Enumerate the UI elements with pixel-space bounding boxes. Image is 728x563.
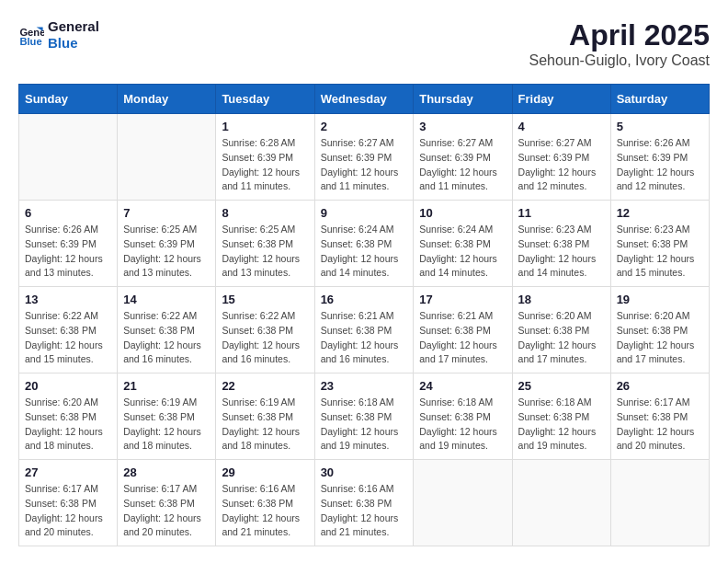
calendar-cell: 4Sunrise: 6:27 AMSunset: 6:39 PMDaylight… xyxy=(512,114,610,201)
day-info: Sunrise: 6:19 AMSunset: 6:38 PMDaylight:… xyxy=(222,396,308,454)
day-number: 20 xyxy=(25,379,111,393)
calendar-cell: 28Sunrise: 6:17 AMSunset: 6:38 PMDayligh… xyxy=(118,460,216,546)
day-number: 16 xyxy=(321,293,408,306)
calendar-cell: 23Sunrise: 6:18 AMSunset: 6:38 PMDayligh… xyxy=(314,373,414,460)
day-info: Sunrise: 6:26 AMSunset: 6:39 PMDaylight:… xyxy=(617,136,703,194)
day-number: 11 xyxy=(518,206,605,220)
day-info: Sunrise: 6:25 AMSunset: 6:38 PMDaylight:… xyxy=(222,223,308,281)
day-number: 25 xyxy=(518,379,605,393)
day-number: 30 xyxy=(321,465,408,479)
day-info: Sunrise: 6:17 AMSunset: 6:38 PMDaylight:… xyxy=(123,482,210,540)
day-number: 22 xyxy=(222,379,308,393)
calendar-cell xyxy=(414,460,512,546)
day-info: Sunrise: 6:16 AMSunset: 6:38 PMDaylight:… xyxy=(222,482,308,540)
day-info: Sunrise: 6:17 AMSunset: 6:38 PMDaylight:… xyxy=(25,482,111,540)
logo: General Blue General Blue xyxy=(18,18,99,52)
day-number: 15 xyxy=(222,293,308,306)
day-number: 3 xyxy=(419,120,506,133)
logo-icon: General Blue xyxy=(18,22,44,48)
day-info: Sunrise: 6:28 AMSunset: 6:39 PMDaylight:… xyxy=(222,136,308,194)
day-number: 4 xyxy=(518,120,605,133)
calendar-cell xyxy=(610,460,709,546)
day-number: 18 xyxy=(518,293,605,306)
calendar-cell: 27Sunrise: 6:17 AMSunset: 6:38 PMDayligh… xyxy=(19,460,118,546)
day-info: Sunrise: 6:20 AMSunset: 6:38 PMDaylight:… xyxy=(25,396,111,454)
calendar-cell: 14Sunrise: 6:22 AMSunset: 6:38 PMDayligh… xyxy=(118,287,216,373)
calendar-cell: 6Sunrise: 6:26 AMSunset: 6:39 PMDaylight… xyxy=(19,201,118,287)
weekday-header-row: SundayMondayTuesdayWednesdayThursdayFrid… xyxy=(19,85,710,114)
calendar-cell: 5Sunrise: 6:26 AMSunset: 6:39 PMDaylight… xyxy=(610,114,709,201)
calendar-cell: 21Sunrise: 6:19 AMSunset: 6:38 PMDayligh… xyxy=(118,373,216,460)
day-number: 6 xyxy=(25,206,111,220)
calendar-cell: 1Sunrise: 6:28 AMSunset: 6:39 PMDaylight… xyxy=(216,114,314,201)
calendar-cell: 22Sunrise: 6:19 AMSunset: 6:38 PMDayligh… xyxy=(216,373,314,460)
calendar-cell: 26Sunrise: 6:17 AMSunset: 6:38 PMDayligh… xyxy=(610,373,709,460)
page-header: General Blue General Blue April 2025 Seh… xyxy=(18,18,710,69)
day-info: Sunrise: 6:18 AMSunset: 6:38 PMDaylight:… xyxy=(518,396,605,454)
calendar-cell: 30Sunrise: 6:16 AMSunset: 6:38 PMDayligh… xyxy=(314,460,414,546)
logo-line2: Blue xyxy=(48,35,99,52)
calendar-cell: 9Sunrise: 6:24 AMSunset: 6:38 PMDaylight… xyxy=(314,201,414,287)
calendar-cell xyxy=(19,114,118,201)
day-number: 13 xyxy=(25,293,111,306)
day-info: Sunrise: 6:18 AMSunset: 6:38 PMDaylight:… xyxy=(419,396,506,454)
day-number: 29 xyxy=(222,465,308,479)
calendar-cell: 19Sunrise: 6:20 AMSunset: 6:38 PMDayligh… xyxy=(610,287,709,373)
day-info: Sunrise: 6:16 AMSunset: 6:38 PMDaylight:… xyxy=(321,482,408,540)
calendar-cell: 13Sunrise: 6:22 AMSunset: 6:38 PMDayligh… xyxy=(19,287,118,373)
day-info: Sunrise: 6:17 AMSunset: 6:38 PMDaylight:… xyxy=(617,396,703,454)
day-number: 23 xyxy=(321,379,408,393)
calendar-cell: 7Sunrise: 6:25 AMSunset: 6:39 PMDaylight… xyxy=(118,201,216,287)
day-number: 10 xyxy=(419,206,506,220)
weekday-header: Monday xyxy=(118,85,216,114)
day-number: 19 xyxy=(617,293,703,306)
day-info: Sunrise: 6:22 AMSunset: 6:38 PMDaylight:… xyxy=(25,309,111,367)
day-info: Sunrise: 6:23 AMSunset: 6:38 PMDaylight:… xyxy=(617,223,703,281)
calendar-week-row: 20Sunrise: 6:20 AMSunset: 6:38 PMDayligh… xyxy=(19,373,710,460)
day-number: 2 xyxy=(321,120,408,133)
calendar-cell: 25Sunrise: 6:18 AMSunset: 6:38 PMDayligh… xyxy=(512,373,610,460)
calendar-week-row: 27Sunrise: 6:17 AMSunset: 6:38 PMDayligh… xyxy=(19,460,710,546)
calendar-cell: 8Sunrise: 6:25 AMSunset: 6:38 PMDaylight… xyxy=(216,201,314,287)
day-info: Sunrise: 6:24 AMSunset: 6:38 PMDaylight:… xyxy=(321,223,408,281)
day-info: Sunrise: 6:18 AMSunset: 6:38 PMDaylight:… xyxy=(321,396,408,454)
calendar-cell: 11Sunrise: 6:23 AMSunset: 6:38 PMDayligh… xyxy=(512,201,610,287)
day-number: 27 xyxy=(25,465,111,479)
calendar-title: April 2025 xyxy=(529,18,710,52)
weekday-header: Sunday xyxy=(19,85,118,114)
calendar-subtitle: Sehoun-Guiglo, Ivory Coast xyxy=(529,52,710,69)
day-number: 28 xyxy=(123,465,210,479)
day-number: 21 xyxy=(123,379,210,393)
calendar-cell: 20Sunrise: 6:20 AMSunset: 6:38 PMDayligh… xyxy=(19,373,118,460)
day-info: Sunrise: 6:21 AMSunset: 6:38 PMDaylight:… xyxy=(321,309,408,367)
calendar-cell: 12Sunrise: 6:23 AMSunset: 6:38 PMDayligh… xyxy=(610,201,709,287)
calendar-cell: 18Sunrise: 6:20 AMSunset: 6:38 PMDayligh… xyxy=(512,287,610,373)
day-info: Sunrise: 6:24 AMSunset: 6:38 PMDaylight:… xyxy=(419,223,506,281)
calendar-cell: 24Sunrise: 6:18 AMSunset: 6:38 PMDayligh… xyxy=(414,373,512,460)
day-number: 17 xyxy=(419,293,506,306)
weekday-header: Tuesday xyxy=(216,85,314,114)
calendar-cell xyxy=(512,460,610,546)
calendar-cell xyxy=(118,114,216,201)
calendar-week-row: 13Sunrise: 6:22 AMSunset: 6:38 PMDayligh… xyxy=(19,287,710,373)
day-number: 7 xyxy=(123,206,210,220)
day-number: 24 xyxy=(419,379,506,393)
day-number: 9 xyxy=(321,206,408,220)
calendar-cell: 29Sunrise: 6:16 AMSunset: 6:38 PMDayligh… xyxy=(216,460,314,546)
day-info: Sunrise: 6:19 AMSunset: 6:38 PMDaylight:… xyxy=(123,396,210,454)
calendar-cell: 16Sunrise: 6:21 AMSunset: 6:38 PMDayligh… xyxy=(314,287,414,373)
day-info: Sunrise: 6:27 AMSunset: 6:39 PMDaylight:… xyxy=(321,136,408,194)
day-info: Sunrise: 6:21 AMSunset: 6:38 PMDaylight:… xyxy=(419,309,506,367)
title-area: April 2025 Sehoun-Guiglo, Ivory Coast xyxy=(529,18,710,69)
day-info: Sunrise: 6:26 AMSunset: 6:39 PMDaylight:… xyxy=(25,223,111,281)
calendar-week-row: 6Sunrise: 6:26 AMSunset: 6:39 PMDaylight… xyxy=(19,201,710,287)
weekday-header: Friday xyxy=(512,85,610,114)
weekday-header: Saturday xyxy=(610,85,709,114)
day-info: Sunrise: 6:25 AMSunset: 6:39 PMDaylight:… xyxy=(123,223,210,281)
calendar-cell: 15Sunrise: 6:22 AMSunset: 6:38 PMDayligh… xyxy=(216,287,314,373)
day-info: Sunrise: 6:22 AMSunset: 6:38 PMDaylight:… xyxy=(222,309,308,367)
weekday-header: Wednesday xyxy=(314,85,414,114)
day-info: Sunrise: 6:27 AMSunset: 6:39 PMDaylight:… xyxy=(419,136,506,194)
day-number: 5 xyxy=(617,120,703,133)
day-number: 1 xyxy=(222,120,308,133)
